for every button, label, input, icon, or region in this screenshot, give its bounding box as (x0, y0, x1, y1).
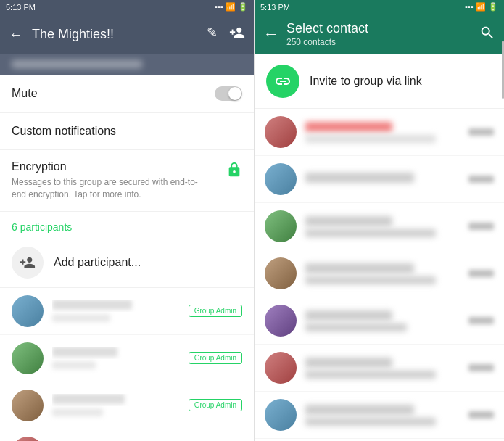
add-participant-icon (12, 247, 44, 279)
group-admin-badge: Group Admin (189, 352, 242, 364)
contact-name (305, 310, 460, 321)
participants-section: 6 participants (0, 212, 254, 238)
participant-row[interactable]: Group Admin (0, 288, 254, 335)
contact-status (305, 371, 460, 379)
contact-status (305, 418, 460, 426)
contact-status (305, 276, 460, 284)
participant-row[interactable]: Group Admin (0, 335, 254, 382)
add-participant-label: Add participant... (54, 256, 141, 269)
custom-notifications-row[interactable]: Custom notifications (0, 113, 254, 150)
contact-row[interactable] (255, 109, 504, 156)
participant-info (52, 394, 180, 416)
encryption-desc: Messages to this group are secured with … (12, 176, 207, 201)
contact-row[interactable] (255, 392, 504, 439)
participants-count: 6 participants (12, 221, 72, 233)
contact-info (305, 310, 460, 331)
encryption-row[interactable]: Encryption Messages to this group are se… (0, 150, 254, 212)
contact-time (468, 176, 494, 183)
participant-info (52, 347, 180, 369)
group-subtitle (0, 54, 254, 75)
avatar (265, 352, 297, 384)
search-icon[interactable] (479, 25, 495, 44)
right-signal-icons: ▪▪▪ 📶 🔋 (465, 2, 498, 12)
avatar (265, 116, 297, 148)
add-participant-row[interactable]: Add participant... (0, 238, 254, 288)
participant-name (52, 394, 180, 406)
avatar (12, 342, 44, 374)
avatar (265, 257, 297, 289)
group-admin-badge: Group Admin (189, 399, 242, 411)
contact-info (305, 358, 460, 379)
contact-info (305, 122, 460, 143)
add-person-icon[interactable] (229, 25, 245, 44)
right-subtitle: 250 contacts (286, 37, 472, 47)
contact-row[interactable] (255, 297, 504, 345)
contact-info (305, 216, 460, 237)
participant-name (52, 347, 180, 359)
right-status-bar: 5:13 PM ▪▪▪ 📶 🔋 (255, 0, 504, 14)
mute-setting-row[interactable]: Mute (0, 75, 254, 113)
left-time: 5:13 PM (6, 3, 36, 12)
contact-name (305, 122, 460, 132)
contact-row[interactable] (255, 203, 504, 250)
left-status-bar: 5:13 PM ▪▪▪ 📶 🔋 (0, 0, 254, 14)
mute-toggle[interactable] (215, 86, 242, 101)
invite-link-label: Invite to group via link (310, 75, 422, 88)
group-admin-badge: Group Admin (189, 305, 242, 317)
contact-time (468, 364, 494, 371)
left-content: Mute Custom notifications Encryption Mes… (0, 75, 254, 441)
mute-label: Mute (12, 87, 38, 100)
contact-row[interactable] (255, 250, 504, 297)
right-title: Select contact (286, 21, 472, 37)
contact-info (305, 173, 460, 186)
right-content: Invite to group via link (255, 54, 504, 441)
contact-name (305, 173, 460, 183)
contact-name (305, 263, 460, 273)
participant-name (52, 300, 180, 312)
left-header: ← The Mighties!! ✎ (0, 14, 254, 54)
contact-status (305, 229, 460, 237)
left-back-button[interactable]: ← (9, 26, 23, 43)
contact-time (468, 317, 494, 324)
contact-info (305, 405, 460, 426)
avatar (12, 390, 44, 421)
contact-name (305, 405, 460, 415)
left-group-title: The Mighties!! (32, 27, 198, 42)
invite-link-icon (266, 65, 299, 98)
left-panel: 5:13 PM ▪▪▪ 📶 🔋 ← The Mighties!! ✎ Mute … (0, 0, 254, 441)
avatar (12, 295, 44, 327)
right-header-text: Select contact 250 contacts (286, 21, 472, 47)
right-panel: 5:13 PM ▪▪▪ 📶 🔋 ← Select contact 250 con… (254, 0, 504, 441)
right-back-button[interactable]: ← (263, 25, 279, 44)
encryption-title: Encryption (12, 160, 207, 173)
participant-info (52, 300, 180, 322)
avatar (12, 437, 44, 441)
contact-status (305, 135, 460, 143)
avatar (265, 399, 297, 431)
left-signal-icons: ▪▪▪ 📶 🔋 (215, 2, 248, 12)
contact-name (305, 358, 460, 368)
avatar (265, 163, 297, 195)
right-header: ← Select contact 250 contacts (255, 14, 504, 54)
invite-link-row[interactable]: Invite to group via link (255, 54, 504, 109)
contact-time (468, 223, 494, 230)
edit-icon[interactable]: ✎ (207, 25, 218, 44)
contact-row[interactable] (255, 345, 504, 392)
participant-row[interactable]: Group Admin (0, 429, 254, 441)
left-header-icons: ✎ (207, 25, 245, 44)
contact-name (305, 216, 460, 226)
contact-row[interactable] (255, 156, 504, 203)
avatar (265, 210, 297, 242)
contact-status (305, 323, 460, 331)
encryption-text: Encryption Messages to this group are se… (12, 160, 207, 201)
participant-row[interactable]: Group Admin (0, 382, 254, 429)
lock-icon (226, 162, 242, 182)
avatar (265, 305, 297, 337)
contact-info (305, 263, 460, 284)
custom-notifications-label: Custom notifications (12, 125, 116, 137)
contact-time (468, 411, 494, 419)
right-time: 5:13 PM (260, 3, 290, 12)
contact-time (468, 128, 494, 136)
contact-time (468, 270, 494, 277)
